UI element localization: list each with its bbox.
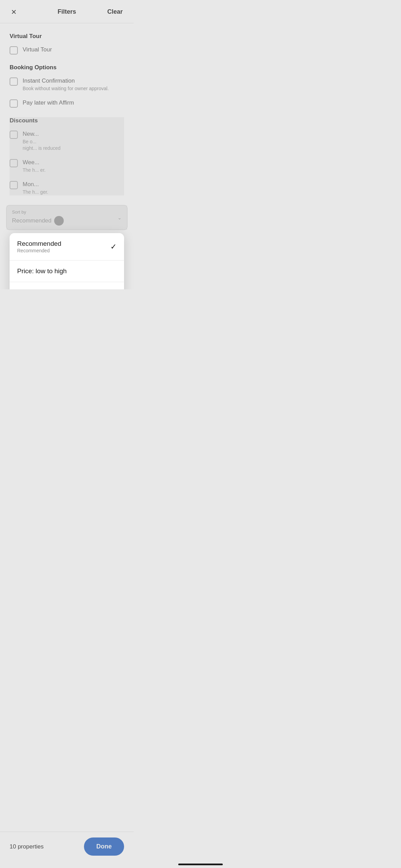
dropdown-option-price-high-low[interactable]: Price: high to low: [10, 282, 124, 289]
dropdown-option-price-high-low-label: Price: high to low: [17, 289, 67, 289]
dropdown-option-recommended[interactable]: Recommended Recommended ✓: [10, 233, 124, 261]
checkmark-icon: ✓: [110, 242, 117, 251]
dropdown-option-price-low-high[interactable]: Price: low to high: [10, 261, 124, 282]
dropdown-option-recommended-label: Recommended: [17, 240, 61, 248]
dropdown-option-price-low-high-label: Price: low to high: [17, 267, 67, 275]
dropdown-option-recommended-sub: Recommended: [17, 248, 61, 253]
sort-by-dropdown: Recommended Recommended ✓ Price: low to …: [10, 233, 124, 289]
